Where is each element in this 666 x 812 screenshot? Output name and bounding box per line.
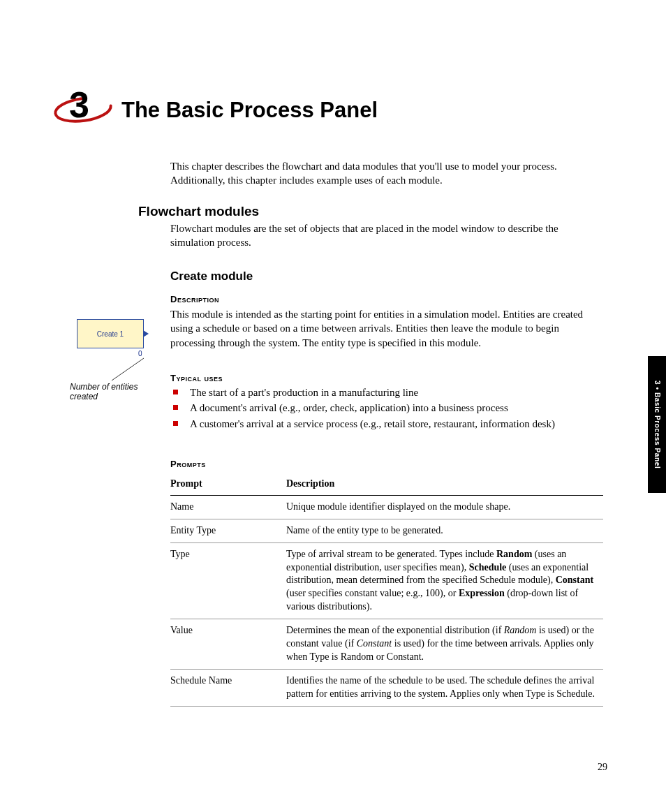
heading-create-module: Create module [170,270,253,282]
table-row: TypeType of arrival stream to be generat… [170,542,603,619]
col-prompt: Prompt [170,475,286,495]
heading-prompts: Prompts [170,459,206,469]
chapter-title: The Basic Process Panel [121,99,378,121]
table-row: NameUnique module identifier displayed o… [170,495,603,519]
intro-paragraph: This chapter describes the flowchart and… [170,159,603,188]
figure-caption: Number of entities created [70,382,161,401]
col-desc: Description [286,475,603,495]
list-item: A customer's arrival at a service proces… [170,417,603,431]
table-row: ValueDetermines the mean of the exponent… [170,619,603,670]
heading-flowchart-modules: Flowchart modules [138,205,259,218]
module-label: Create 1 [97,330,124,338]
create-module-icon: Create 1 [77,319,144,348]
list-item: A document's arrival (e.g., order, check… [170,401,603,415]
list-item: The start of a part's production in a ma… [170,385,603,399]
typical-uses-list: The start of a part's production in a ma… [170,385,603,432]
chapter-header: 3 The Basic Process Panel [52,94,378,126]
heading-typical-uses: Typical uses [170,373,223,383]
create-module-figure: Create 1 0 Number of entities created [77,319,154,348]
table-row: Schedule NameIdentifies the name of the … [170,669,603,706]
chapter-number: 3 [69,87,89,123]
create-desc: This module is intended as the starting … [170,307,603,350]
heading-description: Description [170,294,219,304]
flowchart-desc: Flowchart modules are the set of objects… [170,221,603,250]
table-row: Entity TypeName of the entity type to be… [170,519,603,542]
prompts-table: Prompt Description NameUnique module ide… [170,475,603,707]
chapter-ring-icon: 3 [52,94,114,126]
side-tab: 3 • Basic Process Panel [648,356,666,493]
svg-line-1 [112,358,144,381]
page-number: 29 [598,762,607,773]
